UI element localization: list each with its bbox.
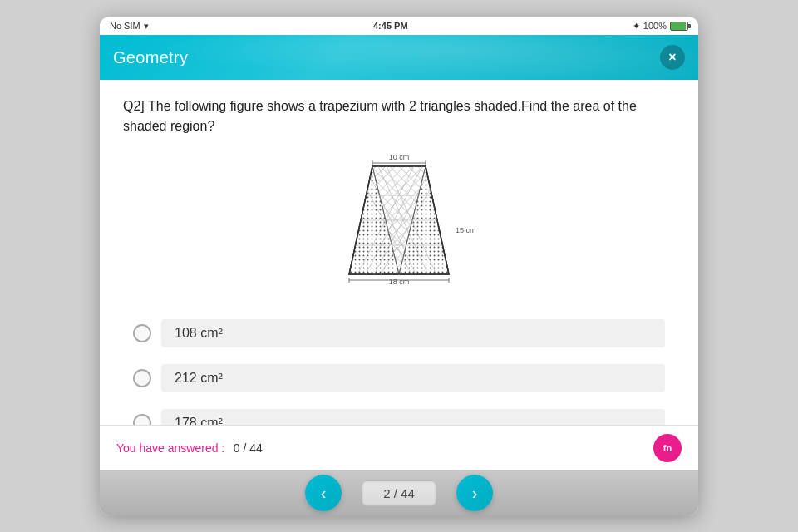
next-button[interactable]: › xyxy=(456,475,493,511)
battery-icon xyxy=(670,22,688,31)
bluetooth-icon: ✦ xyxy=(633,21,640,32)
page-separator: / xyxy=(394,486,401,500)
option-a-label: 108 cm² xyxy=(161,319,665,347)
svg-text:18 cm: 18 cm xyxy=(389,278,410,286)
answered-count: 0 / 44 xyxy=(234,441,263,455)
options-list: 108 cm² 212 cm² 178 cm² xyxy=(123,311,675,425)
option-b[interactable]: 212 cm² xyxy=(123,356,675,401)
radio-a[interactable] xyxy=(133,324,151,342)
radio-b[interactable] xyxy=(133,369,151,387)
battery-label: 100% xyxy=(643,21,667,31)
figure-container: 10 cm 15 cm 18 cm xyxy=(123,150,675,291)
radio-c[interactable] xyxy=(133,414,151,425)
device-frame: No SIM ▾ 4:45 PM ✦ 100% Geometry × Q2] T… xyxy=(100,17,698,515)
status-left: No SIM ▾ xyxy=(110,21,149,32)
svg-text:15 cm: 15 cm xyxy=(456,226,476,234)
main-content: Q2] The following figure shows a trapezi… xyxy=(100,80,698,425)
time-label: 4:45 PM xyxy=(373,21,408,31)
current-page: 2 xyxy=(383,486,390,500)
signal-icon: ▾ xyxy=(144,21,149,32)
option-c-label: 178 cm² xyxy=(161,409,665,425)
status-bar: No SIM ▾ 4:45 PM ✦ 100% xyxy=(100,17,698,35)
question-text: Q2] The following figure shows a trapezi… xyxy=(123,96,675,136)
question-number: Q2] xyxy=(123,99,145,113)
total-pages: 44 xyxy=(401,486,415,500)
question-body: The following figure shows a trapezium w… xyxy=(123,99,637,133)
nav-bar: ‹ 2 / 44 › xyxy=(100,470,698,515)
carrier-label: No SIM xyxy=(110,21,140,31)
separator: / xyxy=(243,441,246,455)
prev-button[interactable]: ‹ xyxy=(305,475,342,511)
footer-info: You have answered : 0 / 44 fn xyxy=(100,425,698,470)
option-a[interactable]: 108 cm² xyxy=(123,311,675,356)
status-right: ✦ 100% xyxy=(633,21,688,32)
page-indicator: 2 / 44 xyxy=(362,480,436,506)
answered-number: 0 xyxy=(234,441,240,455)
logo-badge: fn xyxy=(653,434,682,462)
close-button[interactable]: × xyxy=(660,45,685,70)
answered-section: You have answered : 0 / 44 xyxy=(116,441,263,456)
answered-label: You have answered : xyxy=(116,441,224,455)
svg-text:10 cm: 10 cm xyxy=(389,153,410,161)
app-header: Geometry × xyxy=(100,35,698,80)
option-c[interactable]: 178 cm² xyxy=(123,401,675,425)
option-b-label: 212 cm² xyxy=(161,364,665,392)
trapezium-figure: 10 cm 15 cm 18 cm xyxy=(308,150,490,291)
total-number: 44 xyxy=(249,441,263,455)
header-title: Geometry xyxy=(113,48,188,67)
